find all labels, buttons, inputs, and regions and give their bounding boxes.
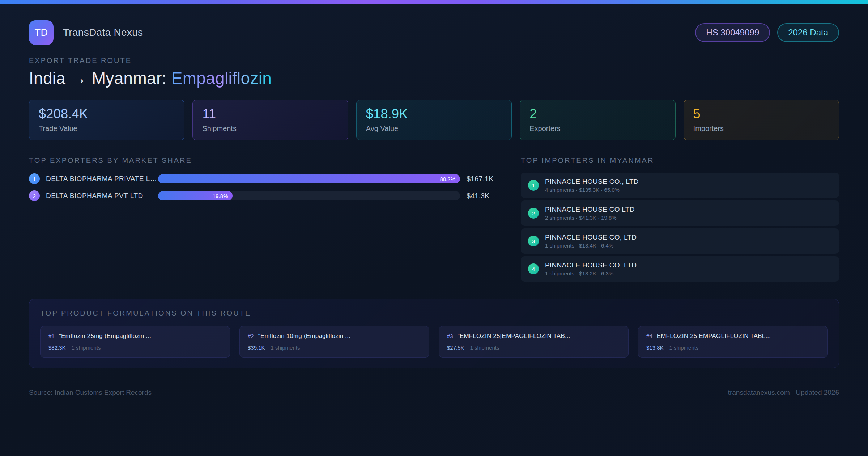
stat-card-trade-value: $208.4K Trade Value xyxy=(29,100,184,140)
stat-label: Trade Value xyxy=(39,124,175,133)
page-title-route: India → Myanmar: xyxy=(29,69,171,88)
rank-badge: 4 xyxy=(528,263,539,274)
rank-badge: 1 xyxy=(528,180,539,191)
market-share-bar-track: 19.8% xyxy=(158,191,460,200)
accent-gradient-stripe xyxy=(0,0,868,4)
rank-badge: 3 xyxy=(528,236,539,246)
market-share-percent: 80.2% xyxy=(440,176,455,182)
brand-initials: TD xyxy=(35,27,48,38)
main-columns: TOP EXPORTERS BY MARKET SHARE 1 DELTA BI… xyxy=(29,156,839,284)
stat-card-exporters: 2 Exporters xyxy=(520,100,675,140)
formulation-card-row: #1 "Emflozin 25mg (Empagliflozin ... $82… xyxy=(40,326,828,358)
rank-number: 2 xyxy=(532,210,535,216)
rank-number: 2 xyxy=(33,193,36,199)
importer-details: 4 shipments · $135.3K · 65.0% xyxy=(545,187,639,193)
importer-list-item: 2 PINNACLE HOUSE CO LTD 2 shipments · $4… xyxy=(521,200,839,226)
stat-label: Avg Value xyxy=(366,124,502,133)
stat-label: Importers xyxy=(693,124,829,133)
stat-value: 2 xyxy=(529,106,665,122)
formulation-title-row: #1 "Emflozin 25mg (Empagliflozin ... xyxy=(48,333,222,340)
importer-details: 2 shipments · $41.3K · 19.8% xyxy=(545,215,635,221)
exporter-bar-list: 1 DELTA BIOPHARMA PRIVATE LI... 80.2% $1… xyxy=(29,173,503,201)
stat-value: 11 xyxy=(202,106,338,122)
formulation-value: $82.3K xyxy=(48,345,66,351)
formulation-value: $13.8K xyxy=(646,345,664,351)
importer-details: 1 shipments · $13.2K · 6.3% xyxy=(545,270,637,276)
formulation-name: "Emflozin 10mg (Empagliflozin ... xyxy=(258,333,350,340)
stat-value: 5 xyxy=(693,106,829,122)
hs-code-badge: HS 30049099 xyxy=(695,23,770,42)
exporter-name: DELTA BIOPHARMA PRIVATE LI... xyxy=(46,175,158,183)
exporters-section: TOP EXPORTERS BY MARKET SHARE 1 DELTA BI… xyxy=(29,156,503,207)
page-footer: Source: Indian Customs Export Records tr… xyxy=(29,379,839,397)
market-share-percent: 19.8% xyxy=(213,193,228,199)
formulation-card: #4 EMFLOZIN 25 EMPAGLIFLOZIN TABL... $13… xyxy=(638,326,828,358)
importer-info: PINNACLE HOUSE CO, LTD 1 shipments · $13… xyxy=(545,233,637,249)
formulation-meta-row: $39.1K 1 shipments xyxy=(248,345,421,351)
rank-badge: 2 xyxy=(29,190,40,201)
formulation-shipments: 1 shipments xyxy=(271,345,300,351)
rank-number: 1 xyxy=(532,182,535,189)
formulation-name: "Emflozin 25mg (Empagliflozin ... xyxy=(59,333,151,340)
rank-number: 1 xyxy=(33,176,36,182)
formulation-rank: #4 xyxy=(646,333,652,339)
formulation-name: "EMFLOZIN 25[EMPAGLIFLOZIN TAB... xyxy=(458,333,570,340)
stat-value: $18.9K xyxy=(366,106,502,122)
formulation-name: EMFLOZIN 25 EMPAGLIFLOZIN TABL... xyxy=(657,333,771,340)
stat-card-row: $208.4K Trade Value 11 Shipments $18.9K … xyxy=(29,100,839,140)
stat-label: Shipments xyxy=(202,124,338,133)
formulation-shipments: 1 shipments xyxy=(470,345,499,351)
stat-value: $208.4K xyxy=(39,106,175,122)
formulation-value: $39.1K xyxy=(248,345,265,351)
brand-logo: TD xyxy=(29,20,54,45)
app-header: TD TransData Nexus HS 30049099 2026 Data xyxy=(29,20,839,45)
brand-name: TransData Nexus xyxy=(63,27,143,38)
formulation-rank: #1 xyxy=(48,333,55,339)
rank-number: 3 xyxy=(532,238,535,244)
formulation-rank: #3 xyxy=(447,333,453,339)
stat-card-avg-value: $18.9K Avg Value xyxy=(356,100,512,140)
market-share-bar-track: 80.2% xyxy=(158,174,460,183)
exporter-name: DELTA BIOPHARMA PVT LTD xyxy=(46,192,158,200)
exporters-heading: TOP EXPORTERS BY MARKET SHARE xyxy=(29,156,503,165)
report-eyebrow: EXPORT TRADE ROUTE xyxy=(29,56,839,65)
formulation-card: #3 "EMFLOZIN 25[EMPAGLIFLOZIN TAB... $27… xyxy=(439,326,629,358)
market-share-bar-fill: 19.8% xyxy=(158,191,233,200)
stat-card-importers: 5 Importers xyxy=(684,100,839,140)
formulations-heading: TOP PRODUCT FORMULATIONS ON THIS ROUTE xyxy=(40,309,828,317)
importers-heading: TOP IMPORTERS IN MYANMAR xyxy=(521,156,839,165)
formulation-meta-row: $13.8K 1 shipments xyxy=(646,345,820,351)
page-title-product: Empagliflozin xyxy=(171,69,272,88)
formulation-meta-row: $82.3K 1 shipments xyxy=(48,345,222,351)
rank-number: 4 xyxy=(532,266,535,272)
formulations-panel: TOP PRODUCT FORMULATIONS ON THIS ROUTE #… xyxy=(29,299,839,368)
formulation-shipments: 1 shipments xyxy=(669,345,699,351)
formulation-value: $27.5K xyxy=(447,345,464,351)
stat-card-shipments: 11 Shipments xyxy=(192,100,348,140)
importer-info: PINNACLE HOUSE CO., LTD 4 shipments · $1… xyxy=(545,178,639,193)
formulation-meta-row: $27.5K 1 shipments xyxy=(447,345,620,351)
importer-list-item: 3 PINNACLE HOUSE CO, LTD 1 shipments · $… xyxy=(521,228,839,254)
importer-name: PINNACLE HOUSE CO. LTD xyxy=(545,261,637,269)
formulation-title-row: #4 EMFLOZIN 25 EMPAGLIFLOZIN TABL... xyxy=(646,333,820,340)
exporter-row: 2 DELTA BIOPHARMA PVT LTD 19.8% $41.3K xyxy=(29,190,503,201)
importer-info: PINNACLE HOUSE CO. LTD 1 shipments · $13… xyxy=(545,261,637,276)
market-share-bar-fill: 80.2% xyxy=(158,174,460,183)
formulation-shipments: 1 shipments xyxy=(72,345,101,351)
importer-name: PINNACLE HOUSE CO LTD xyxy=(545,206,635,214)
report-page: TD TransData Nexus HS 30049099 2026 Data… xyxy=(0,20,868,397)
importers-section: TOP IMPORTERS IN MYANMAR 1 PINNACLE HOUS… xyxy=(521,156,839,284)
page-title: India → Myanmar: Empagliflozin xyxy=(29,68,839,88)
importer-name: PINNACLE HOUSE CO, LTD xyxy=(545,233,637,241)
formulation-title-row: #3 "EMFLOZIN 25[EMPAGLIFLOZIN TAB... xyxy=(447,333,620,340)
formulation-card: #1 "Emflozin 25mg (Empagliflozin ... $82… xyxy=(40,326,230,358)
importer-name: PINNACLE HOUSE CO., LTD xyxy=(545,178,639,186)
rank-badge: 1 xyxy=(29,173,40,184)
formulation-title-row: #2 "Emflozin 10mg (Empagliflozin ... xyxy=(248,333,421,340)
source-note: Source: Indian Customs Export Records xyxy=(29,389,152,397)
data-year-badge: 2026 Data xyxy=(777,23,839,42)
importer-list-item: 1 PINNACLE HOUSE CO., LTD 4 shipments · … xyxy=(521,173,839,198)
importer-list: 1 PINNACLE HOUSE CO., LTD 4 shipments · … xyxy=(521,173,839,282)
formulation-rank: #2 xyxy=(248,333,254,339)
exporter-trade-value: $41.3K xyxy=(467,192,503,200)
